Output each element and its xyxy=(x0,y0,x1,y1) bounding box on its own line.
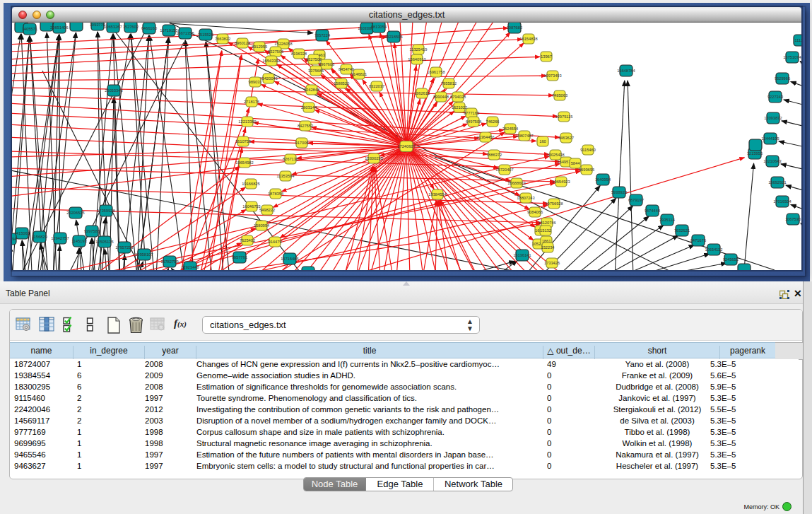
svg-text:2087682: 2087682 xyxy=(507,25,522,30)
svg-text:1362615: 1362615 xyxy=(414,91,430,95)
svg-text:9463627: 9463627 xyxy=(558,136,574,140)
svg-text:9327506: 9327506 xyxy=(268,49,283,54)
svg-text:11325419: 11325419 xyxy=(410,47,428,52)
svg-text:19756928: 19756928 xyxy=(545,201,563,206)
svg-text:10653267: 10653267 xyxy=(104,25,122,29)
svg-text:12444195: 12444195 xyxy=(761,136,779,141)
svg-text:21364456: 21364456 xyxy=(476,135,494,139)
svg-text:6794028: 6794028 xyxy=(450,95,466,99)
svg-text:6466160: 6466160 xyxy=(141,26,157,30)
svg-text:17016504: 17016504 xyxy=(773,199,791,204)
svg-text:8322037: 8322037 xyxy=(369,84,384,88)
svg-text:16648784: 16648784 xyxy=(617,69,635,73)
svg-text:160: 160 xyxy=(539,139,546,144)
svg-text:7625402: 7625402 xyxy=(240,238,255,243)
svg-text:1580994: 1580994 xyxy=(254,223,269,228)
svg-text:10958107: 10958107 xyxy=(135,252,153,257)
svg-text:1621022: 1621022 xyxy=(452,105,467,110)
svg-text:12213369: 12213369 xyxy=(238,119,256,124)
svg-text:1067530: 1067530 xyxy=(785,217,801,221)
svg-text:23420046: 23420046 xyxy=(259,76,277,81)
svg-text:16782759: 16782759 xyxy=(160,259,178,264)
svg-text:7515526: 7515526 xyxy=(198,33,213,37)
svg-text:19166825: 19166825 xyxy=(242,182,259,186)
svg-text:19384554: 19384554 xyxy=(428,192,446,197)
svg-text:19654923: 19654923 xyxy=(552,180,570,184)
svg-text:10025438: 10025438 xyxy=(546,153,564,157)
svg-text:152234: 152234 xyxy=(541,245,555,250)
svg-text:11353594: 11353594 xyxy=(277,174,295,178)
svg-text:8267130: 8267130 xyxy=(283,157,298,161)
svg-text:1640954: 1640954 xyxy=(595,177,611,182)
svg-text:15300235: 15300235 xyxy=(365,156,382,160)
svg-text:7485063: 7485063 xyxy=(552,93,567,98)
svg-text:7663822: 7663822 xyxy=(215,37,230,41)
svg-text:1405571: 1405571 xyxy=(22,27,37,31)
svg-text:1156829: 1156829 xyxy=(32,235,47,239)
svg-text:991394: 991394 xyxy=(12,237,16,241)
svg-text:17359928: 17359928 xyxy=(97,209,114,213)
svg-text:2718176: 2718176 xyxy=(244,100,259,104)
svg-text:917006: 917006 xyxy=(295,141,309,145)
svg-text:8960124: 8960124 xyxy=(235,41,250,45)
svg-text:10688603: 10688603 xyxy=(507,181,525,185)
svg-text:7955812: 7955812 xyxy=(441,81,457,86)
svg-text:1878354: 1878354 xyxy=(268,192,283,196)
svg-text:18807243: 18807243 xyxy=(517,196,534,200)
svg-text:10210643: 10210643 xyxy=(763,159,781,163)
svg-text:20206535: 20206535 xyxy=(66,211,84,215)
svg-text:19654982: 19654982 xyxy=(235,160,253,165)
svg-text:9329966: 9329966 xyxy=(775,76,790,81)
svg-text:2803144: 2803144 xyxy=(301,105,317,110)
svg-text:9777169: 9777169 xyxy=(464,111,479,115)
svg-text:6879197: 6879197 xyxy=(628,198,644,202)
svg-text:15716485: 15716485 xyxy=(281,257,298,261)
svg-text:12505135: 12505135 xyxy=(95,240,113,244)
svg-text:9245652: 9245652 xyxy=(723,257,739,262)
svg-text:10654112: 10654112 xyxy=(705,247,723,252)
svg-text:16154838: 16154838 xyxy=(519,37,537,41)
svg-text:6497508: 6497508 xyxy=(466,119,481,124)
svg-text:25053346: 25053346 xyxy=(105,88,122,93)
svg-text:9084066: 9084066 xyxy=(527,210,543,214)
svg-text:1527602: 1527602 xyxy=(123,25,139,29)
svg-text:9227343: 9227343 xyxy=(767,95,783,99)
svg-text:989031: 989031 xyxy=(249,80,262,84)
svg-text:13967: 13967 xyxy=(541,54,552,59)
svg-text:15226058: 15226058 xyxy=(274,42,292,46)
svg-text:15692921: 15692921 xyxy=(768,180,786,185)
svg-text:8454749: 8454749 xyxy=(339,67,354,71)
svg-text:10973493: 10973493 xyxy=(543,74,561,78)
svg-text:9327508: 9327508 xyxy=(306,57,322,62)
svg-text:8990448: 8990448 xyxy=(433,95,449,99)
svg-text:7632621: 7632621 xyxy=(674,228,690,233)
svg-text:9474444: 9474444 xyxy=(645,209,660,213)
svg-text:9397588: 9397588 xyxy=(84,229,100,233)
svg-text:15640910: 15640910 xyxy=(408,57,425,62)
svg-text:9857791: 9857791 xyxy=(232,255,247,259)
svg-text:12093872: 12093872 xyxy=(764,116,782,120)
svg-text:9115460: 9115460 xyxy=(580,148,596,152)
svg-text:20691406: 20691406 xyxy=(50,25,68,30)
svg-text:15720407: 15720407 xyxy=(495,168,513,172)
svg-text:8427552: 8427552 xyxy=(298,124,313,128)
svg-text:16046755: 16046755 xyxy=(242,204,260,209)
svg-text:2935114: 2935114 xyxy=(659,218,675,222)
svg-text:1733426: 1733426 xyxy=(544,261,560,265)
svg-text:11122: 11122 xyxy=(795,38,801,42)
svg-text:15136141: 15136141 xyxy=(513,253,531,257)
svg-text:9242848: 9242848 xyxy=(304,88,319,92)
svg-text:16961758: 16961758 xyxy=(427,70,445,74)
svg-text:9699695: 9699695 xyxy=(579,168,594,172)
svg-text:8813054: 8813054 xyxy=(371,25,387,29)
svg-text:15132: 15132 xyxy=(540,228,551,233)
svg-text:3624554: 3624554 xyxy=(502,127,518,131)
svg-text:5938923: 5938923 xyxy=(611,190,627,194)
svg-text:7357224: 7357224 xyxy=(314,33,330,37)
svg-text:16543392: 16543392 xyxy=(262,59,280,63)
svg-text:19218506: 19218506 xyxy=(384,35,402,39)
svg-text:2967608: 2967608 xyxy=(319,62,334,66)
svg-text:5498222: 5498222 xyxy=(259,208,275,212)
svg-text:15751074: 15751074 xyxy=(783,55,801,59)
svg-text:12975115: 12975115 xyxy=(555,115,573,119)
